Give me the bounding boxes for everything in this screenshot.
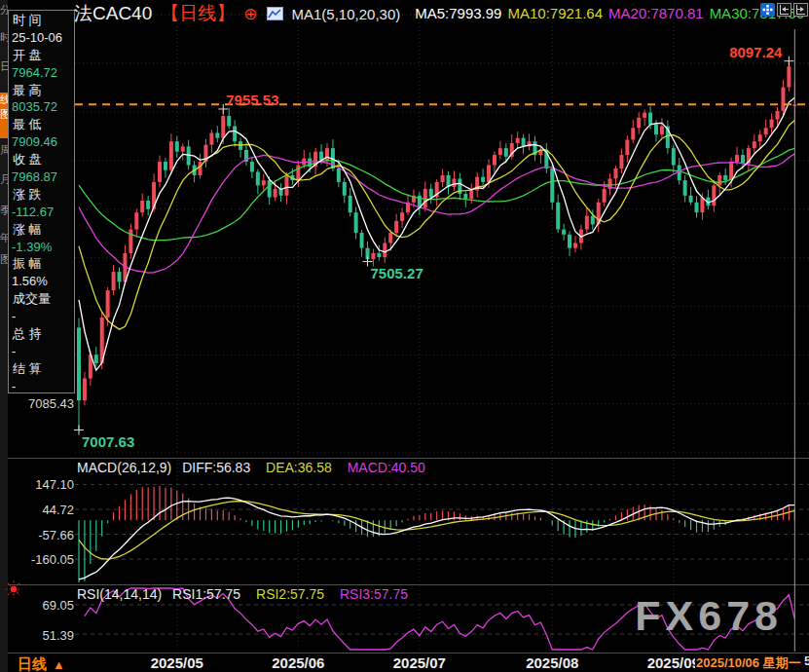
info-value-0: 25-10-06 — [9, 29, 74, 47]
macd-dea-value: DEA:36.58 — [266, 460, 332, 475]
quote-info-panel: 时 间25-10-06开 盘7964.72最 高8035.72最 低7909.4… — [8, 10, 75, 393]
mini-chart-icon[interactable] — [267, 7, 283, 20]
info-value-2: 8035.72 — [9, 98, 74, 116]
info-label-0: 时 间 — [9, 12, 74, 29]
macd-axis-label-2: -57.66 — [6, 528, 74, 542]
info-label-3: 最 低 — [9, 116, 74, 133]
ma-value-2: MA20:7870.81 — [608, 5, 704, 21]
chart-header: 法CAC40 【日线】 ⊕ MA1(5,10,20,30) MA5:7993.9… — [74, 2, 804, 25]
info-value-6: -1.39% — [9, 239, 74, 256]
rsi1-value: RSI1:57.75 — [172, 586, 240, 602]
month-axis-label-3: 2025/08 — [518, 654, 586, 671]
compress-time-axis-icon[interactable] — [777, 3, 791, 17]
info-value-4: 7968.87 — [9, 168, 74, 186]
price-axis-label: 7085.43 — [6, 396, 74, 411]
month-axis-label-2: 2025/07 — [386, 654, 454, 671]
ma-settings-label: MA1(5,10,20,30) — [292, 6, 401, 22]
left-tab-fragment-3[interactable]: 周 — [0, 144, 8, 158]
info-value-7: 1.56% — [9, 273, 74, 290]
extreme-price-label-0: 7955.53 — [226, 92, 278, 108]
timeframe-label: 日线 — [18, 655, 47, 672]
info-label-8: 成交量 — [9, 290, 74, 308]
left-tab-fragment-4[interactable]: 月 — [0, 173, 8, 187]
month-axis-label-0: 2025/05 — [143, 654, 211, 671]
ma-value-0: MA5:7993.99 — [415, 5, 501, 21]
alert-dot-icon[interactable] — [4, 579, 23, 603]
rsi-header: RSI(14,14,14) RSI1:57.75 RSI2:57.75 RSI3… — [77, 586, 408, 602]
cursor-date-box: 2025/10/06 星期一 — [695, 653, 802, 672]
macd-diff-value: DIFF:56.83 — [182, 460, 250, 475]
rsi2-value: RSI2:57.75 — [256, 586, 324, 602]
left-tab-active[interactable]: 线图 — [0, 93, 8, 138]
info-label-5: 涨 跌 — [9, 186, 74, 204]
info-value-10: - — [9, 378, 74, 393]
edge-clipped-label: 5 — [804, 653, 809, 668]
chart-canvas[interactable]: 7955.538097.247505.277007.63 — [0, 0, 809, 672]
rsi-axis-label-1: 51.39 — [6, 628, 74, 643]
info-value-1: 7964.72 — [9, 64, 74, 82]
info-value-3: 7909.46 — [9, 133, 74, 151]
expand-time-axis-icon[interactable] — [793, 3, 808, 17]
info-label-9: 总 持 — [9, 325, 74, 343]
period-tag[interactable]: 【日线】 — [161, 1, 235, 26]
left-tab-strip[interactable]: 线图 分时日周月季年图 — [0, 0, 8, 672]
left-tab-fragment-6[interactable]: 年 — [0, 232, 8, 245]
ma-values: MA5:7993.99MA10:7921.64MA20:7870.81MA30:… — [409, 5, 804, 22]
macd-axis-label-0: 147.10 — [6, 477, 74, 492]
info-label-6: 涨 幅 — [9, 221, 74, 239]
macd-axis-label-3: -160.05 — [6, 552, 74, 567]
info-label-4: 收 盘 — [9, 151, 74, 168]
info-label-10: 结 算 — [9, 360, 74, 378]
toolbar — [760, 3, 808, 17]
macd-title: MACD(26,12,9) — [77, 460, 171, 475]
rsi-title: RSI(14,14,14) — [77, 586, 162, 602]
extreme-cross-marker-1 — [784, 56, 793, 66]
chart-app: 7955.538097.247505.277007.63 线图 分时日周月季年图… — [0, 0, 809, 672]
info-value-9: - — [9, 343, 74, 360]
info-label-2: 最 高 — [9, 82, 74, 99]
rsi3-value: RSI3:57.75 — [340, 586, 408, 602]
symbol-name: 法CAC40 — [74, 1, 152, 26]
left-tab-fragment-2[interactable]: 日 — [0, 60, 8, 74]
macd-macd-value: MACD:40.50 — [348, 460, 425, 475]
timeframe-up-triangle-icon[interactable]: ▲ — [53, 657, 65, 672]
info-label-1: 开 盘 — [9, 47, 74, 64]
left-tab-fragment-7[interactable]: 图 — [0, 253, 8, 267]
info-value-8: - — [9, 308, 74, 325]
extreme-price-label-3: 7007.63 — [82, 433, 134, 450]
move-tool-icon[interactable] — [760, 3, 775, 17]
month-axis-label-1: 2025/06 — [264, 654, 332, 671]
macd-axis-label-1: 44.72 — [6, 503, 74, 517]
extreme-price-label-1: 8097.24 — [729, 44, 783, 60]
macd-header: MACD(26,12,9) DIFF:56.83 DEA:36.58 MACD:… — [77, 460, 425, 475]
watermark-logo: FX678 — [596, 592, 783, 640]
left-tab-fragment-5[interactable]: 季 — [0, 205, 8, 218]
crosshair-icon[interactable]: ⊕ — [243, 4, 257, 24]
ma-value-1: MA10:7921.64 — [507, 5, 603, 21]
left-tab-fragment-1[interactable]: 时 — [0, 31, 8, 45]
info-value-5: -112.67 — [9, 204, 74, 221]
left-tab-fragment-0[interactable]: 分 — [0, 4, 8, 18]
timeframe-tag[interactable]: 日线 ▲ — [18, 655, 65, 672]
extreme-price-label-2: 7505.27 — [371, 265, 423, 281]
info-label-7: 振 幅 — [9, 255, 74, 273]
